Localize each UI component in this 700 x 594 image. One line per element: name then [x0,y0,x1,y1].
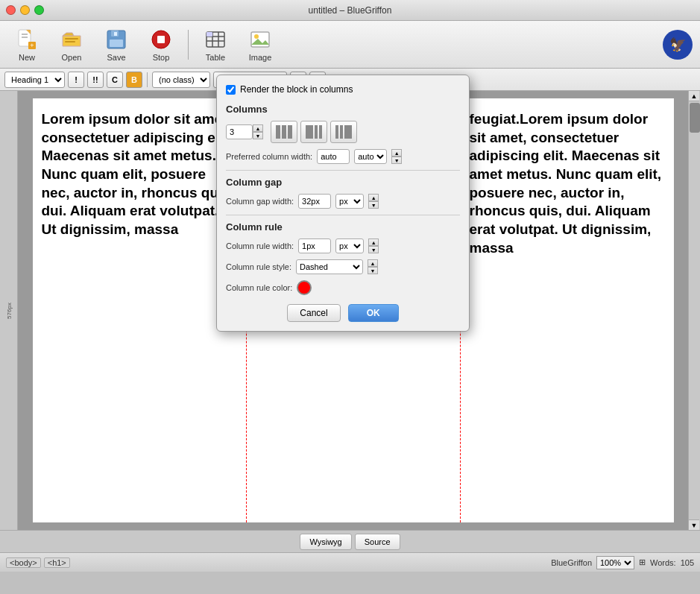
column-count-up[interactable]: ▲ [253,124,263,132]
svg-point-21 [254,34,259,39]
save-label: Save [107,53,125,62]
stop-label: Stop [153,53,170,62]
svg-rect-13 [157,36,165,43]
cancel-button[interactable]: Cancel [287,304,340,322]
ok-button[interactable]: OK [348,304,399,322]
scrollbar-thumb[interactable] [690,103,700,133]
format-separator [147,72,148,87]
preferred-width-label: Preferred column width: [226,152,312,161]
svg-rect-33 [344,125,352,139]
rule-width-input[interactable] [298,238,331,253]
zoom-select[interactable]: 100% [596,556,634,569]
class-select[interactable]: (no class) [152,72,210,88]
rule-style-row: Column rule style: None Solid Dashed Dot… [226,259,460,274]
svg-rect-30 [319,125,322,139]
column-count-down[interactable]: ▼ [253,132,263,139]
rule-color-swatch[interactable] [297,280,312,295]
rule-width-label: Column rule width: [226,241,294,250]
rule-style-up[interactable]: ▲ [368,259,378,267]
toolbar-separator [188,30,189,60]
body-tag[interactable]: <body> [6,557,41,568]
table-label: Table [206,53,225,62]
bold-button[interactable]: ! [68,72,84,88]
svg-rect-26 [282,125,286,139]
new-icon: + [15,28,39,51]
stop-button[interactable]: Stop [140,24,182,66]
save-button[interactable]: Save [95,24,137,66]
h1-tag[interactable]: <h1> [44,557,70,568]
rule-color-label: Column rule color: [226,283,292,292]
gap-width-label: Column gap width: [226,197,294,206]
underline-button[interactable]: C [107,72,123,88]
columns-count-row: ▲ ▼ [226,121,460,143]
rule-width-down[interactable]: ▼ [368,246,379,253]
gap-width-input[interactable] [298,194,331,209]
gap-width-spinner[interactable]: ▲ ▼ [368,194,379,209]
open-label: Open [62,53,82,62]
rule-width-unit-select[interactable]: pxem [335,238,364,253]
column-layout-buttons [271,121,357,143]
zoom-fit-button[interactable]: ⊞ [639,557,646,567]
column-3: feugiat.Lorem ipsum dolor sit amet, cons… [461,98,674,522]
window-controls[interactable] [6,5,44,15]
stop-icon [149,28,173,51]
layout-right-wide-btn[interactable] [330,121,357,143]
scrollbar[interactable]: ▲ ▼ [688,91,700,530]
rule-style-spinner[interactable]: ▲ ▼ [368,259,378,274]
divider-2 [226,215,460,215]
gap-unit-select[interactable]: px%em [335,194,364,209]
svg-rect-27 [288,125,292,139]
preferred-width-up[interactable]: ▲ [391,149,402,157]
rule-width-row: Column rule width: pxem ▲ ▼ [226,238,460,253]
gap-width-row: Column gap width: px%em ▲ ▼ [226,194,460,209]
column-count-input[interactable] [226,124,253,139]
svg-text:🦅: 🦅 [669,37,687,53]
scroll-up-button[interactable]: ▲ [689,91,699,101]
rule-width-up[interactable]: ▲ [368,238,379,246]
columns-section-label: Columns [226,104,460,115]
preferred-width-spinner[interactable]: ▲ ▼ [391,149,402,164]
source-button[interactable]: Source [355,534,400,550]
rule-width-spinner[interactable]: ▲ ▼ [368,238,379,253]
column-gap-label: Column gap [226,177,460,188]
render-columns-checkbox[interactable] [226,85,236,95]
svg-rect-25 [276,125,280,139]
open-button[interactable]: Open [51,24,92,66]
rule-color-row: Column rule color: [226,280,460,295]
scroll-down-button[interactable]: ▼ [689,519,699,530]
rule-style-label: Column rule style: [226,262,291,271]
rule-style-select[interactable]: None Solid Dashed Dotted Double [296,259,363,274]
svg-rect-19 [206,32,212,37]
window-title: untitled – BlueGriffon [309,5,392,16]
preferred-width-row: Preferred column width: autopx% ▲ ▼ [226,149,460,164]
heading-select[interactable]: Heading 1 [4,72,65,88]
italic-button[interactable]: !! [87,72,104,88]
rule-style-down[interactable]: ▼ [368,267,378,274]
save-icon [104,28,128,51]
wysiwyg-button[interactable]: Wysiwyg [300,534,351,550]
close-button[interactable] [6,5,16,15]
svg-rect-10 [110,40,123,47]
preferred-width-unit-select[interactable]: autopx% [354,149,387,164]
layout-equal-btn[interactable] [271,121,297,143]
image-button[interactable]: Image [239,24,281,66]
ruler-label: 576px [5,303,12,319]
preferred-width-input[interactable] [317,149,350,164]
minimize-button[interactable] [20,5,30,15]
layout-left-wide-btn[interactable] [300,121,327,143]
new-button[interactable]: + New [6,24,48,66]
app-logo: 🦅 [661,28,694,61]
dialog-buttons: Cancel OK [226,304,460,322]
tag-breadcrumb: <body> <h1> [6,557,70,568]
table-icon [204,28,227,51]
svg-rect-32 [340,125,343,139]
b-button[interactable]: B [126,72,142,88]
table-button[interactable]: Table [195,24,236,66]
gap-width-down[interactable]: ▼ [368,201,379,209]
column-1: Lorem ipsum dolor sit amet, consectetuer… [33,98,247,522]
maximize-button[interactable] [34,5,44,15]
svg-rect-28 [306,125,313,139]
gap-width-up[interactable]: ▲ [368,194,379,201]
column-count-spinner[interactable]: ▲ ▼ [253,124,263,139]
preferred-width-down[interactable]: ▼ [391,157,402,164]
